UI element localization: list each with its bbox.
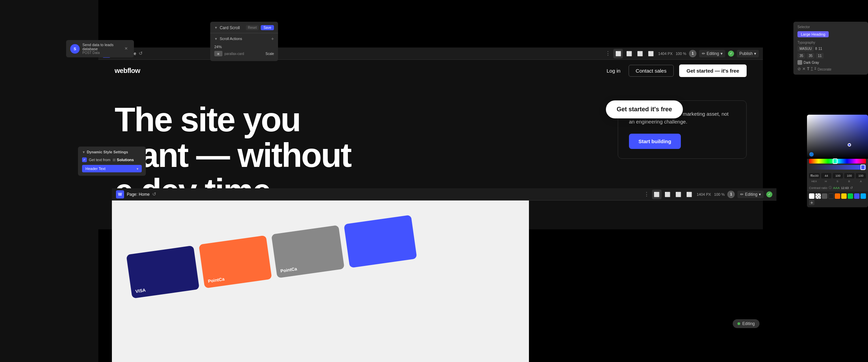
cp-swatch-add[interactable]: + bbox=[809, 200, 814, 205]
cp-cursor bbox=[848, 143, 851, 147]
cp-h-field[interactable]: 44 bbox=[821, 173, 831, 178]
cp-swatch-green[interactable] bbox=[848, 193, 853, 199]
bottom-toolbar-page: Page: Home bbox=[127, 192, 150, 197]
csp-reset-button[interactable]: Reset bbox=[246, 25, 259, 30]
dss-source-name: Solutions bbox=[117, 158, 134, 162]
dss-dropdown-arrow-icon: ▾ bbox=[137, 167, 138, 171]
lead-close-icon[interactable]: ✕ bbox=[124, 46, 130, 52]
payment-card-blue bbox=[344, 215, 417, 268]
editing-badge-label: Editing bbox=[742, 321, 755, 326]
csp-scroll-actions: ▼ Scroll Actions + bbox=[210, 33, 278, 44]
toolbar-desktop-icon[interactable]: ⬜ bbox=[613, 49, 623, 58]
csp-add-icon[interactable]: + bbox=[271, 36, 274, 41]
toolbar-mobile-icon[interactable]: ⬜ bbox=[646, 49, 655, 58]
cp-ratio-value: 12.63 bbox=[841, 186, 849, 190]
toolbar-more-icon[interactable]: ⋮ bbox=[605, 50, 611, 57]
csp-title: Card Scroll bbox=[220, 25, 244, 30]
cp-refresh-icon[interactable]: ↺ bbox=[850, 186, 853, 190]
bottom-preview: VISA PointCa PointCa bbox=[112, 201, 529, 362]
sp-size-c[interactable]: 11 bbox=[816, 53, 824, 59]
toolbar-size-display: 1404 PX 100 % bbox=[658, 52, 686, 56]
cp-swatch-transparent[interactable] bbox=[815, 193, 821, 199]
cp-hex-field[interactable]: ffbc00 bbox=[809, 173, 820, 178]
csp-scroll-chevron-icon: ▼ bbox=[214, 37, 218, 41]
cp-swatch-white[interactable] bbox=[809, 193, 814, 199]
card-visa-label: VISA bbox=[135, 287, 146, 294]
toolbar-user-count: 1 bbox=[689, 50, 696, 57]
bottom-toolbar-mobile-icon[interactable]: ⬜ bbox=[685, 190, 694, 199]
toolbar-check-icon: ✓ bbox=[728, 51, 734, 57]
lead-panel[interactable]: S Send data to leads database POST Data … bbox=[66, 40, 134, 57]
cp-fields: ffbc00 44 100 100 100 bbox=[807, 171, 868, 180]
cp-hue-bar[interactable] bbox=[809, 159, 866, 164]
bottom-toolbar-check-icon: ✓ bbox=[766, 191, 772, 197]
toolbar-tablet-icon[interactable]: ⬜ bbox=[624, 49, 634, 58]
side-card-cta[interactable]: Start building bbox=[629, 134, 681, 149]
cp-gradient-picker[interactable]: 🔵 bbox=[807, 115, 868, 159]
toolbar-editing-label: Editing bbox=[707, 51, 719, 56]
toolbar-tablet-landscape-icon[interactable]: ⬜ bbox=[635, 49, 645, 58]
dss-checkbox[interactable]: ✓ bbox=[82, 157, 87, 162]
cp-swatch-gray[interactable] bbox=[822, 193, 827, 199]
bottom-toolbar-desktop-icon[interactable]: ⬜ bbox=[652, 190, 662, 199]
cp-s-field[interactable]: 100 bbox=[833, 173, 843, 178]
bottom-toolbar-refresh-icon[interactable]: ↺ bbox=[152, 191, 158, 197]
toolbar-refresh-icon[interactable]: ↺ bbox=[139, 51, 145, 57]
cp-alpha-bar[interactable] bbox=[809, 165, 866, 170]
main-toolbar: W Page: Home ↺ ⋮ ⬜ ⬜ ⬜ ⬜ 1404 PX 100 % 1… bbox=[98, 47, 763, 60]
csp-save-button[interactable]: Save bbox=[261, 25, 274, 30]
csp-row-label: parallax-card bbox=[224, 52, 263, 56]
get-started-pill[interactable]: Get started it's free bbox=[606, 100, 683, 118]
sp-font-field[interactable]: MASUU bbox=[797, 46, 814, 52]
sp-icon-row: ⊘ ✕ T T T Decorate bbox=[797, 66, 864, 71]
bottom-toolbar-tablet-icon[interactable]: ⬜ bbox=[663, 190, 672, 199]
cp-swatch-blue[interactable] bbox=[854, 193, 860, 199]
cp-swatch-black[interactable] bbox=[828, 193, 834, 199]
cp-swatch-teal[interactable] bbox=[861, 193, 866, 199]
payment-card-point2: PointCa bbox=[271, 225, 344, 278]
toolbar-publish-chevron-icon: ▾ bbox=[754, 51, 756, 56]
bottom-toolbar-page-name: Home bbox=[139, 192, 150, 197]
dss-dropdown[interactable]: Header Text ▾ bbox=[82, 165, 142, 172]
cp-b-field[interactable]: 100 bbox=[844, 173, 854, 178]
sp-T-icon: T bbox=[807, 66, 809, 71]
card-scroll-area: VISA PointCa PointCa bbox=[112, 201, 529, 314]
csp-row-value: Scale bbox=[265, 52, 274, 56]
wf-nav-contact[interactable]: Contact sales bbox=[629, 65, 674, 77]
cp-contrast-row: Contrast ratio ⓘ AAA 12.63 ↺ bbox=[807, 184, 868, 191]
bottom-toolbar-editing-label: Editing bbox=[745, 192, 757, 197]
csp-thumb: ▣ bbox=[214, 51, 222, 56]
cp-a-field[interactable]: 100 bbox=[856, 173, 866, 178]
cp-s-label: S bbox=[832, 180, 843, 183]
bottom-toolbar-tablet-landscape-icon[interactable]: ⬜ bbox=[674, 190, 683, 199]
sp-selector-tag[interactable]: Large Heading bbox=[797, 31, 829, 37]
wf-nav-login[interactable]: Log in bbox=[607, 68, 620, 74]
card-point1-label: PointCa bbox=[208, 277, 225, 284]
card-point2-label: PointCa bbox=[280, 266, 297, 274]
wf-navbar: webflow Log in Contact sales Get started… bbox=[98, 60, 763, 81]
sp-size-b[interactable]: 35 bbox=[807, 53, 814, 59]
sp-size-a[interactable]: 35 bbox=[797, 53, 805, 59]
sp-color-label: Dark Gray bbox=[804, 61, 819, 64]
bottom-toolbar-more-icon[interactable]: ⋮ bbox=[644, 191, 649, 197]
csp-parallax-row: ▣ parallax-card Scale bbox=[210, 50, 278, 58]
bottom-toolbar-user-count: 1 bbox=[727, 191, 735, 198]
sp-color-field: Dark Gray bbox=[797, 60, 864, 65]
sp-color-swatch[interactable] bbox=[797, 60, 802, 65]
lead-avatar-text: S bbox=[74, 47, 76, 51]
csp-chevron-icon: ▼ bbox=[214, 26, 218, 30]
cp-info-icon: ⓘ bbox=[829, 186, 832, 190]
lead-title: Send data to leads database bbox=[82, 43, 122, 51]
wf-nav-cta[interactable]: Get started — it's free bbox=[679, 64, 747, 77]
cp-eyedropper-icon[interactable]: 🔵 bbox=[809, 152, 814, 157]
bottom-toolbar: W Page: Home ↺ ⋮ ⬜ ⬜ ⬜ ⬜ 1404 PX 100 % 1… bbox=[112, 188, 776, 201]
bottom-toolbar-editing-button[interactable]: ✏ Editing ▾ bbox=[737, 191, 764, 198]
toolbar-editing-button[interactable]: ✏ Editing ▾ bbox=[699, 50, 725, 57]
color-picker-panel[interactable]: 🔵 ffbc00 44 100 100 100 HEX H S B A Cont… bbox=[807, 115, 868, 207]
sp-weight-field: 8 bbox=[815, 47, 817, 51]
cp-swatch-yellow[interactable] bbox=[841, 193, 847, 199]
toolbar-publish-button[interactable]: Publish ▾ bbox=[737, 50, 759, 57]
toolbar-editing-chevron-icon: ▾ bbox=[721, 51, 723, 56]
cp-swatch-orange[interactable] bbox=[835, 193, 840, 199]
dss-checkbox-row: ✓ Get text from ⊞ Solutions bbox=[82, 157, 142, 162]
